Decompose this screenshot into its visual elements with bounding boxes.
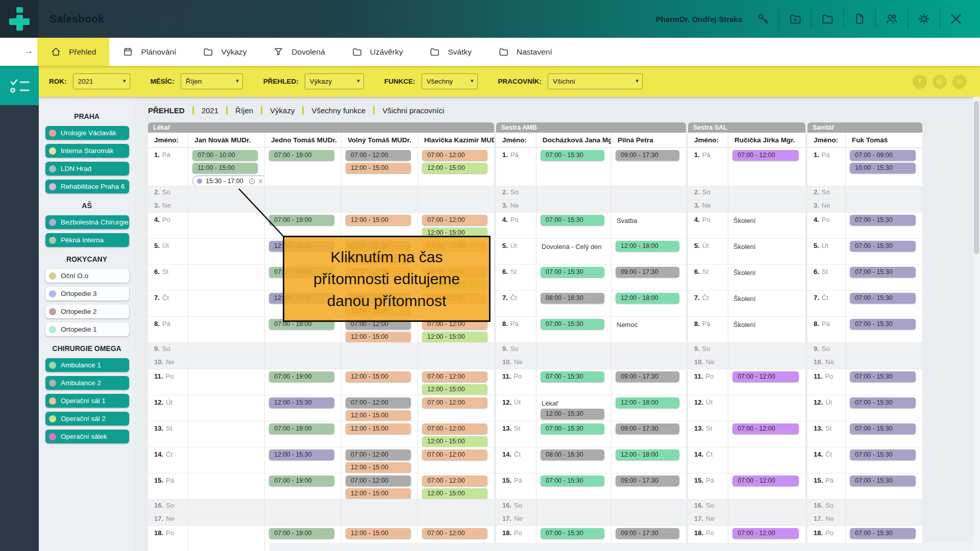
key-button[interactable]: [754, 10, 772, 28]
filter-select-5[interactable]: Všichni: [548, 73, 643, 89]
schedule-cell[interactable]: 07:00 - 12:0012:00 - 15:00: [418, 213, 494, 239]
shift-pill[interactable]: 12:00 - 18:00: [616, 241, 679, 252]
schedule-cell[interactable]: 07:00 - 12:0012:00 - 15:00: [418, 473, 494, 499]
schedule-cell[interactable]: 07:00 - 15:30: [536, 473, 611, 499]
schedule-cell[interactable]: [728, 447, 805, 473]
schedule-cell[interactable]: Dovolená - Celý den: [536, 239, 611, 265]
shift-pill[interactable]: 07:00 - 12:00: [346, 397, 411, 408]
menu-button[interactable]: [952, 74, 967, 89]
shift-pill[interactable]: 12:00 - 15:30: [269, 397, 334, 408]
schedule-cell[interactable]: 12:00 - 15:30: [265, 447, 341, 473]
shift-pill[interactable]: 12:00 - 15:00: [346, 528, 411, 539]
page-button[interactable]: [851, 10, 868, 28]
schedule-cell[interactable]: [536, 513, 611, 526]
shift-pill[interactable]: 07:00 - 15:30: [850, 215, 916, 226]
schedule-cell[interactable]: [188, 421, 264, 447]
shift-pill[interactable]: 07:00 - 15:30: [541, 475, 604, 486]
schedule-cell[interactable]: [846, 186, 922, 199]
shift-pill[interactable]: 12:00 - 15:00: [422, 163, 487, 173]
shift-pill[interactable]: 12:00 - 15:00: [422, 384, 487, 395]
schedule-cell[interactable]: [188, 186, 264, 199]
shift-pill[interactable]: 09:00 - 17:30: [616, 423, 679, 434]
shift-pill[interactable]: 07:00 - 12:00: [346, 475, 411, 486]
tab-1[interactable]: Přehled: [37, 38, 109, 66]
shift-pill[interactable]: 07:00 - 15:30: [850, 475, 916, 486]
schedule-cell[interactable]: 07:00 - 15:30: [846, 421, 922, 447]
schedule-cell[interactable]: [728, 186, 805, 199]
shift-pill[interactable]: 07:00 - 19:00: [269, 150, 334, 161]
schedule-cell[interactable]: 07:00 - 10:0011:00 - 15:0015:30 - 17:00: [188, 148, 264, 186]
schedule-cell[interactable]: [728, 513, 805, 526]
shift-pill[interactable]: 12:00 - 15:00: [346, 163, 411, 173]
shift-pill[interactable]: 12:00 - 15:30: [269, 449, 334, 460]
schedule-cell[interactable]: [188, 291, 264, 317]
schedule-cell[interactable]: [846, 499, 922, 513]
gear-button[interactable]: [915, 10, 933, 28]
shift-pill[interactable]: 12:00 - 15:00: [422, 488, 487, 499]
schedule-cell[interactable]: [536, 199, 611, 213]
shift-pill[interactable]: 07:00 - 12:00: [422, 528, 487, 539]
shift-pill[interactable]: 07:00 - 12:00: [422, 423, 487, 434]
schedule-cell[interactable]: 12:00 - 18:00: [611, 291, 686, 317]
schedule-cell[interactable]: Školení: [728, 265, 805, 291]
schedule-cell[interactable]: Školení: [728, 213, 805, 239]
shift-pill[interactable]: 07:00 - 15:30: [850, 423, 916, 434]
department-pill[interactable]: Rehabilitace Praha 6: [45, 180, 129, 193]
shift-pill[interactable]: 09:00 - 17:30: [616, 371, 679, 382]
shift-pill[interactable]: 07:00 - 12:00: [422, 449, 487, 460]
shift-pill[interactable]: 12:00 - 18:00: [616, 397, 679, 408]
department-pill[interactable]: Ambulance 1: [45, 358, 129, 372]
shift-pill[interactable]: 09:00 - 17:30: [616, 267, 679, 278]
schedule-cell[interactable]: 07:00 - 15:30: [536, 148, 611, 186]
checklist-button[interactable]: [0, 66, 39, 105]
schedule-cell[interactable]: 08:00 - 16:30: [536, 291, 611, 317]
schedule-cell[interactable]: [188, 513, 264, 526]
shift-edit-pill[interactable]: 15:30 - 17:00: [192, 176, 264, 186]
schedule-cell[interactable]: [265, 186, 341, 199]
schedule-cell[interactable]: [611, 343, 686, 356]
department-pill[interactable]: Bezbolestná Chirurgie: [45, 215, 129, 229]
schedule-cell[interactable]: 09:00 - 17:30: [611, 473, 686, 499]
schedule-cell[interactable]: [188, 265, 264, 291]
schedule-cell[interactable]: [341, 199, 418, 213]
shift-pill[interactable]: 07:00 - 15:30: [541, 319, 604, 330]
schedule-cell[interactable]: 07:00 - 12:0012:00 - 15:00: [418, 148, 494, 186]
shift-pill[interactable]: 08:00 - 16:30: [541, 293, 604, 304]
schedule-cell[interactable]: [611, 356, 686, 369]
schedule-cell[interactable]: [265, 343, 341, 356]
schedule-cell[interactable]: 07:00 - 19:00: [265, 213, 341, 239]
shift-pill[interactable]: 09:00 - 17:30: [616, 475, 679, 486]
schedule-cell[interactable]: Nemoc: [611, 317, 686, 343]
shift-pill[interactable]: 07:00 - 19:00: [269, 423, 334, 434]
schedule-cell[interactable]: [188, 356, 264, 369]
schedule-cell[interactable]: 07:00 - 19:00: [265, 473, 341, 499]
schedule-cell[interactable]: [536, 343, 611, 356]
schedule-cell[interactable]: 09:00 - 17:30: [611, 421, 686, 447]
shift-pill[interactable]: 07:00 - 12:00: [422, 371, 487, 382]
shift-pill[interactable]: 09:00 - 17:30: [616, 150, 679, 161]
schedule-cell[interactable]: 12:00 - 15:00: [341, 369, 418, 395]
shift-pill[interactable]: 07:00 - 12:00: [732, 371, 799, 382]
department-pill[interactable]: Ortopedie 1: [45, 322, 129, 336]
schedule-cell[interactable]: [265, 199, 341, 213]
shift-pill[interactable]: 12:00 - 15:00: [346, 423, 411, 434]
shift-pill[interactable]: 07:00 - 15:30: [541, 150, 604, 161]
schedule-cell[interactable]: 12:00 - 18:00: [611, 395, 686, 421]
schedule-cell[interactable]: [265, 356, 341, 369]
shift-pill[interactable]: 07:00 - 15:30: [541, 423, 604, 434]
shift-pill[interactable]: 10:00 - 15:30: [850, 163, 916, 173]
shift-pill[interactable]: 12:00 - 15:00: [346, 332, 411, 342]
schedule-cell[interactable]: [846, 356, 922, 369]
schedule-cell[interactable]: 07:00 - 19:00: [265, 148, 341, 186]
schedule-cell[interactable]: [418, 199, 494, 213]
schedule-cell[interactable]: 07:00 - 15:30: [846, 369, 922, 395]
schedule-cell[interactable]: 07:00 - 15:30: [846, 291, 922, 317]
schedule-cell[interactable]: [728, 499, 805, 513]
folder-document-button[interactable]: N: [787, 10, 804, 28]
department-pill[interactable]: Oční O.o: [45, 269, 129, 283]
schedule-cell[interactable]: [846, 343, 922, 356]
shift-pill[interactable]: 07:00 - 15:30: [850, 319, 916, 330]
schedule-cell[interactable]: [611, 199, 686, 213]
schedule-cell[interactable]: [188, 473, 264, 499]
schedule-cell[interactable]: 07:00 - 12:0012:00 - 15:00: [341, 473, 418, 499]
